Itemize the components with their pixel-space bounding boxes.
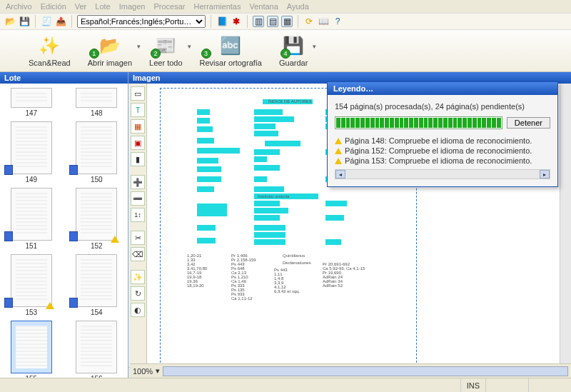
- image-zone-icon[interactable]: ▣: [131, 136, 145, 150]
- menu-herramientas[interactable]: Herramientas: [193, 2, 241, 11]
- ocr-zone[interactable]: [254, 116, 294, 122]
- dictionary-icon[interactable]: 📘: [216, 16, 228, 27]
- barcode-zone-icon[interactable]: ▮: [131, 152, 145, 166]
- thumbnail-page[interactable]: [76, 88, 117, 108]
- ocr-zone[interactable]: [197, 148, 240, 154]
- ocr-zone[interactable]: [197, 166, 221, 172]
- thumbnail-page[interactable]: [11, 254, 52, 307]
- refresh-icon[interactable]: ⟳: [303, 16, 315, 27]
- save-button[interactable]: 💾 4 Guardar ▾: [279, 34, 308, 67]
- thumbnail[interactable]: 152: [70, 188, 124, 250]
- book-icon[interactable]: 📖: [318, 16, 329, 27]
- thumbnail-page[interactable]: [11, 188, 52, 241]
- ocr-zone[interactable]: [254, 239, 286, 245]
- thumbnail-grid[interactable]: 147148149150151152153154155156: [0, 84, 128, 380]
- menu-imagen[interactable]: Imagen: [119, 2, 146, 11]
- read-all-button[interactable]: 📰 2 Leer todo ▾: [149, 34, 182, 67]
- thumbnail-page[interactable]: [11, 88, 52, 108]
- export-icon[interactable]: 📤: [55, 16, 66, 27]
- ocr-zone[interactable]: [265, 141, 300, 146]
- ocr-zone[interactable]: [254, 176, 267, 182]
- thumbnail[interactable]: 148: [70, 88, 124, 117]
- vertical-scrollbar[interactable]: [560, 84, 571, 367]
- thumbnail-page[interactable]: [76, 321, 117, 373]
- chevron-down-icon[interactable]: ▾: [137, 43, 141, 50]
- menu-ventana[interactable]: Ventana: [249, 2, 278, 11]
- ocr-zone[interactable]: [325, 239, 341, 245]
- horizontal-scrollbar[interactable]: [163, 366, 568, 376]
- ocr-zone[interactable]: [254, 208, 288, 213]
- rotate-icon[interactable]: ↻: [131, 286, 145, 301]
- save-icon[interactable]: 💾: [19, 16, 30, 27]
- doc-icon[interactable]: 🧾: [41, 16, 52, 27]
- ocr-zone[interactable]: [254, 131, 278, 136]
- ocr-zone[interactable]: [254, 149, 280, 155]
- crop-icon[interactable]: ✂: [131, 231, 145, 245]
- ocr-zone[interactable]: [197, 186, 214, 192]
- thumbnail[interactable]: 147: [4, 88, 59, 117]
- menu-lote[interactable]: Lote: [95, 2, 110, 11]
- ocr-zone[interactable]: [197, 138, 214, 144]
- renumber-icon[interactable]: 1↕: [131, 208, 145, 222]
- ocr-zone[interactable]: [197, 109, 210, 115]
- thumbnail-page[interactable]: [76, 188, 117, 241]
- select-tool-icon[interactable]: ▭: [131, 86, 145, 101]
- horizontal-scrollbar[interactable]: ◂ ▸: [335, 169, 550, 179]
- ocr-zone[interactable]: [197, 238, 216, 243]
- menu-ver[interactable]: Ver: [75, 2, 87, 11]
- thumbnail[interactable]: 151: [4, 188, 59, 250]
- invert-icon[interactable]: ◐: [131, 303, 145, 317]
- ocr-zone[interactable]: [254, 201, 280, 206]
- layout1-icon[interactable]: ▥: [253, 16, 264, 27]
- menu-procesar[interactable]: Procesar: [153, 2, 185, 11]
- ocr-zone[interactable]: [197, 203, 227, 216]
- chevron-down-icon[interactable]: ▾: [156, 366, 160, 376]
- chevron-down-icon[interactable]: ▾: [313, 43, 316, 50]
- ocr-zone[interactable]: [254, 225, 286, 231]
- layout3-icon[interactable]: ▦: [281, 16, 293, 27]
- ocr-zone[interactable]: [197, 126, 213, 132]
- wand-icon[interactable]: ✨: [131, 270, 145, 284]
- scroll-left-icon[interactable]: ◂: [335, 170, 345, 179]
- thumbnail-page[interactable]: [11, 121, 52, 174]
- stop-button[interactable]: Detener: [507, 117, 550, 129]
- remove-part-icon[interactable]: ➖: [131, 191, 145, 206]
- ocr-zone[interactable]: [254, 156, 267, 162]
- chevron-down-icon[interactable]: ▾: [188, 43, 191, 50]
- add-part-icon[interactable]: ➕: [131, 175, 145, 189]
- thumbnail[interactable]: 154: [70, 254, 124, 316]
- ocr-zone[interactable]: [197, 118, 210, 124]
- char-icon[interactable]: ✱: [231, 16, 242, 27]
- thumbnail[interactable]: 153: [4, 254, 59, 316]
- layout2-icon[interactable]: ▤: [267, 16, 278, 27]
- thumbnail-page[interactable]: [76, 121, 117, 174]
- scan-read-button[interactable]: ✨ Scan&Read: [29, 34, 71, 67]
- thumbnail[interactable]: 156: [70, 321, 124, 380]
- ocr-zone[interactable]: [254, 186, 284, 192]
- menu-ayuda[interactable]: Ayuda: [287, 2, 309, 11]
- thumbnail[interactable]: 155: [4, 321, 59, 380]
- ocr-zone[interactable]: [325, 215, 344, 221]
- menu-archivo[interactable]: Archivo: [6, 2, 32, 11]
- thumbnail[interactable]: 150: [70, 121, 124, 184]
- text-zone-icon[interactable]: T: [131, 103, 145, 117]
- ocr-zone[interactable]: [325, 201, 347, 206]
- help-icon[interactable]: ?: [332, 16, 343, 27]
- ocr-zone[interactable]: [197, 176, 221, 182]
- ocr-zone[interactable]: [254, 215, 280, 221]
- ocr-zone[interactable]: [254, 124, 276, 129]
- ocr-zone[interactable]: [254, 165, 280, 171]
- spellcheck-button[interactable]: 🔤 3 Revisar ortografía: [200, 34, 262, 67]
- thumbnail[interactable]: 149: [4, 121, 59, 184]
- ocr-zone[interactable]: [254, 109, 283, 115]
- ocr-zone[interactable]: [197, 225, 216, 231]
- language-select[interactable]: Español;Francés;Inglés;Portu…: [77, 15, 206, 28]
- thumbnail-page[interactable]: [76, 254, 117, 307]
- open-image-button[interactable]: 📂 1 Abrir imagen ▾: [88, 34, 132, 67]
- open-icon[interactable]: 📂: [4, 16, 16, 27]
- scroll-right-icon[interactable]: ▸: [540, 170, 550, 179]
- thumbnail-page[interactable]: [11, 321, 52, 373]
- eraser-icon[interactable]: ⌫: [131, 247, 145, 261]
- menu-edicion[interactable]: Edición: [41, 2, 66, 11]
- table-zone-icon[interactable]: ▦: [131, 119, 145, 134]
